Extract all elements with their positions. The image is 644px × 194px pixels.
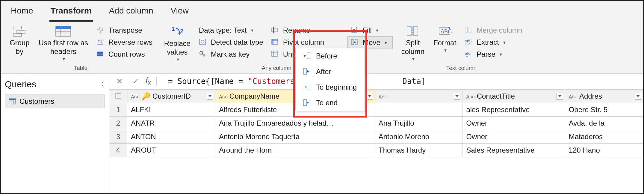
fx-icon[interactable]: fx xyxy=(146,76,151,87)
count-rows-icon xyxy=(96,50,105,58)
filter-button[interactable] xyxy=(454,93,460,100)
filter-button[interactable] xyxy=(635,93,641,100)
move-to-end-item[interactable]: To end xyxy=(296,95,365,111)
split-column-button[interactable]: Split column ▾ xyxy=(398,24,428,63)
cell[interactable]: Owner xyxy=(462,116,565,130)
chevron-down-icon: ▾ xyxy=(503,40,506,45)
row-number[interactable]: 1 xyxy=(109,103,127,116)
cell[interactable]: Ana Trujillo xyxy=(375,116,462,130)
queries-pane: Queries 〈 Customers xyxy=(1,74,109,194)
filter-button[interactable] xyxy=(366,93,373,100)
extract-button[interactable]: ABC123 Extract ▾ xyxy=(462,36,525,48)
filter-button[interactable] xyxy=(557,93,563,100)
group-text-column-label: Text column xyxy=(446,65,477,71)
type-text-icon: ABC xyxy=(219,94,228,100)
svg-point-19 xyxy=(201,40,204,43)
transpose-label: Transpose xyxy=(108,26,142,34)
type-text-icon: ABC xyxy=(466,94,475,100)
parse-button[interactable]: abc Parse ▾ xyxy=(462,48,525,60)
cell[interactable]: Obere Str. 5 xyxy=(565,103,643,116)
cell[interactable]: Avda. de la xyxy=(565,116,643,130)
cell[interactable]: Owner xyxy=(462,130,565,143)
svg-line-22 xyxy=(204,55,205,55)
svg-rect-10 xyxy=(101,31,103,33)
cell[interactable]: Antonio Moreno Taquería xyxy=(215,130,375,143)
corner-cell[interactable] xyxy=(109,89,127,103)
transpose-button[interactable]: Transpose xyxy=(93,24,155,36)
move-after-icon xyxy=(303,68,311,76)
formula-cancel-button[interactable]: ✕ xyxy=(113,76,126,87)
group-text-column: Split column ▾ ABC Format ▾ Merge column… xyxy=(395,23,527,72)
move-icon xyxy=(351,39,360,46)
row-number[interactable]: 2 xyxy=(109,116,127,130)
cell[interactable]: Ana Trujillo Emparedados y helad… xyxy=(215,116,375,130)
rename-button[interactable]: Rename xyxy=(268,24,346,36)
data-grid[interactable]: ABC🔑 CustomerIDABCCompanyNameABCABCConta… xyxy=(109,89,643,194)
cell[interactable]: AROUT xyxy=(127,143,215,157)
count-rows-button[interactable]: Count rows xyxy=(93,48,155,60)
group-by-button[interactable]: Group by xyxy=(6,24,33,57)
query-item-customers[interactable]: Customers xyxy=(5,94,105,108)
format-label: Format xyxy=(433,39,456,47)
detect-data-type-label: Detect data type xyxy=(211,38,263,46)
pivot-column-label: Pivot column xyxy=(283,38,324,46)
replace-values-button[interactable]: 12 Replace values ▾ xyxy=(161,24,194,64)
move-before-item[interactable]: Before xyxy=(296,48,365,64)
cell[interactable] xyxy=(375,103,462,116)
cell[interactable]: 120 Hano xyxy=(565,143,643,157)
chevron-down-icon: ▾ xyxy=(251,28,253,33)
cell[interactable]: Thomas Hardy xyxy=(375,143,462,157)
ribbon-tabs: Home Transform Add column View xyxy=(1,1,643,22)
move-to-end-label: To end xyxy=(316,99,338,107)
svg-rect-36 xyxy=(407,27,411,36)
cell[interactable]: Around the Horn xyxy=(215,143,375,157)
tab-view[interactable]: View xyxy=(170,4,190,22)
detect-data-type-button[interactable]: Detect data type xyxy=(196,36,266,48)
collapse-queries-icon[interactable]: 〈 xyxy=(97,79,105,90)
row-number[interactable]: 3 xyxy=(109,130,127,143)
filter-button[interactable] xyxy=(207,93,213,100)
cell[interactable]: ALFKI xyxy=(127,103,215,116)
group-table: Group by Use first row as headers ▾ Tran… xyxy=(4,23,158,72)
use-first-row-button[interactable]: Use first row as headers ▾ xyxy=(35,24,92,63)
cell[interactable]: ANATR xyxy=(127,116,215,130)
mark-as-key-button[interactable]: Mark as key xyxy=(196,48,266,60)
column-header[interactable]: ABCContactTitle xyxy=(462,89,565,103)
column-header[interactable]: ABCAddres xyxy=(565,89,643,103)
replace-values-label: Replace values xyxy=(164,39,191,57)
row-number[interactable]: 4 xyxy=(109,143,127,157)
divider xyxy=(156,77,157,86)
formula-accept-button[interactable]: ✓ xyxy=(129,76,142,87)
cell[interactable]: Sales Representative xyxy=(462,143,565,157)
group-by-label: Group by xyxy=(10,39,30,56)
pivot-column-button[interactable]: Pivot column xyxy=(268,36,346,48)
svg-rect-11 xyxy=(97,39,103,44)
cell[interactable]: ANTON xyxy=(127,130,215,143)
group-any-column-label: Any column xyxy=(262,65,291,71)
svg-rect-18 xyxy=(199,39,205,44)
tab-home[interactable]: Home xyxy=(10,4,34,22)
chevron-down-icon: ▾ xyxy=(500,52,502,57)
cell[interactable]: Antonio Moreno xyxy=(375,130,462,143)
column-header[interactable]: ABC xyxy=(375,89,462,103)
type-text-icon: ABC xyxy=(379,94,387,100)
column-header[interactable]: ABC🔑 CustomerID xyxy=(127,89,215,103)
cell[interactable]: ales Representative xyxy=(462,103,565,116)
chevron-down-icon: ▾ xyxy=(412,56,415,62)
reverse-rows-button[interactable]: Reverse rows xyxy=(93,36,155,48)
move-after-item[interactable]: After xyxy=(296,64,365,79)
move-button[interactable]: Move ▾ xyxy=(347,36,393,49)
fill-button[interactable]: Fill ▾ xyxy=(347,24,393,36)
chevron-down-icon: ▾ xyxy=(444,47,447,53)
tab-add-column[interactable]: Add column xyxy=(108,4,155,22)
formula-text[interactable]: = Source{[Name = "Customers", Sig Data] xyxy=(162,77,426,86)
data-type-button[interactable]: Data type: Text ▾ xyxy=(196,24,266,36)
cell[interactable]: Mataderos xyxy=(565,130,643,143)
count-rows-label: Count rows xyxy=(108,50,145,58)
move-to-beginning-item[interactable]: To beginning xyxy=(296,79,365,95)
tab-transform[interactable]: Transform xyxy=(49,4,93,22)
format-button[interactable]: ABC Format ▾ xyxy=(430,24,460,54)
rename-label: Rename xyxy=(283,26,310,34)
merge-columns-button[interactable]: Merge column xyxy=(462,24,525,36)
svg-rect-52 xyxy=(116,94,121,98)
